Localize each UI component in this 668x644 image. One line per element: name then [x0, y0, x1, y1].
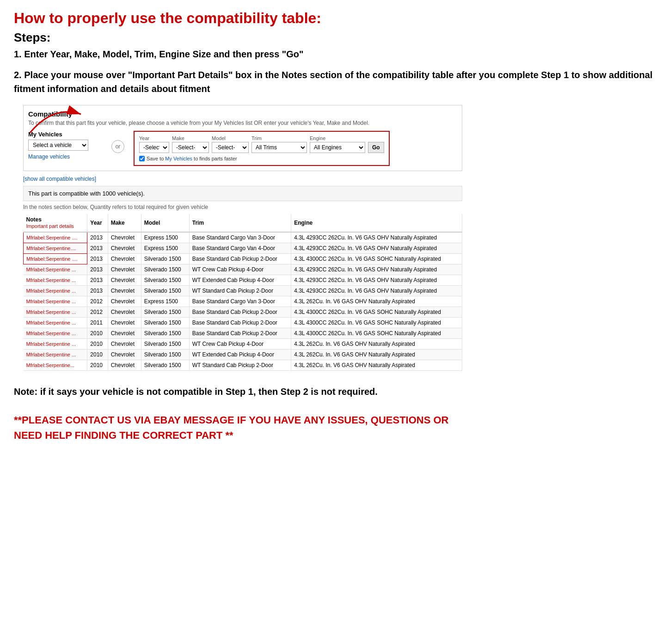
cell-year: 2013: [87, 254, 108, 264]
table-row: Mfrlabel:Serpentine ... 2013 Chevrolet S…: [24, 264, 462, 275]
cell-make: Chevrolet: [108, 254, 141, 264]
table-row: Mfrlabel:Serpentine ... 2011 Chevrolet S…: [24, 318, 462, 328]
cell-year: 2013: [87, 264, 108, 275]
table-row: Mfrlabel:Serpentine ... 2013 Chevrolet S…: [24, 275, 462, 286]
table-row: Mfrlabel:Serpentine ... 2010 Chevrolet S…: [24, 339, 462, 350]
cell-make: Chevrolet: [108, 264, 141, 275]
cell-model: Silverado 1500: [141, 254, 189, 264]
cell-notes: Mfrlabel:Serpentine...: [24, 360, 87, 371]
cell-engine: 4.3L 262Cu. In. V6 GAS OHV Naturally Asp…: [291, 339, 462, 350]
engine-select[interactable]: All Engines: [310, 142, 365, 153]
cell-year: 2013: [87, 232, 108, 243]
model-select[interactable]: -Select-: [212, 142, 249, 153]
cell-year: 2013: [87, 243, 108, 254]
save-checkbox[interactable]: [139, 156, 145, 161]
notes-line: In the notes section below, Quantity ref…: [23, 204, 462, 210]
cell-trim: WT Extended Cab Pickup 4-Door: [189, 350, 291, 360]
cell-year: 2010: [87, 360, 108, 371]
make-select[interactable]: -Select-: [172, 142, 209, 153]
cell-trim: WT Standard Cab Pickup 2-Door: [189, 360, 291, 371]
cell-year: 2010: [87, 328, 108, 339]
year-group: Year -Select-: [139, 135, 169, 153]
cell-trim: WT Standard Cab Pickup 2-Door: [189, 286, 291, 296]
cell-model: Silverado 1500: [141, 318, 189, 328]
year-make-section: Year -Select- Make -Select- Model: [134, 131, 390, 166]
cell-make: Chevrolet: [108, 339, 141, 350]
contact-text: **PLEASE CONTACT US VIA EBAY MESSAGE IF …: [14, 412, 476, 443]
col-header-make: Make: [108, 214, 141, 232]
vehicle-select[interactable]: Select a vehicle: [28, 140, 88, 151]
cell-engine: 4.3L 4300CC 262Cu. In. V6 GAS SOHC Natur…: [291, 328, 462, 339]
cell-year: 2011: [87, 318, 108, 328]
cell-trim: Base Standard Cab Pickup 2-Door: [189, 307, 291, 318]
cell-engine: 4.3L 4300CC 262Cu. In. V6 GAS SOHC Natur…: [291, 318, 462, 328]
cell-model: Silverado 1500: [141, 350, 189, 360]
cell-model: Express 1500: [141, 232, 189, 243]
cell-trim: WT Crew Cab Pickup 4-Door: [189, 339, 291, 350]
cell-notes: Mfrlabel:Serpentine ...: [24, 339, 87, 350]
table-row: Mfrlabel:Serpentine ... 2013 Chevrolet S…: [24, 286, 462, 296]
cell-engine: 4.3L 262Cu. In. V6 GAS OHV Naturally Asp…: [291, 360, 462, 371]
engine-label: Engine: [310, 135, 365, 141]
cell-trim: WT Extended Cab Pickup 4-Door: [189, 275, 291, 286]
cell-model: Express 1500: [141, 296, 189, 307]
cell-model: Silverado 1500: [141, 286, 189, 296]
cell-model: Silverado 1500: [141, 264, 189, 275]
manage-vehicles-link[interactable]: Manage vehicles: [28, 153, 102, 160]
year-label: Year: [139, 135, 169, 141]
cell-model: Silverado 1500: [141, 360, 189, 371]
cell-make: Chevrolet: [108, 275, 141, 286]
model-label: Model: [212, 135, 249, 141]
cell-trim: WT Crew Cab Pickup 4-Door: [189, 264, 291, 275]
cell-model: Silverado 1500: [141, 275, 189, 286]
table-row: Mfrlabel:Serpentine ... 2010 Chevrolet S…: [24, 328, 462, 339]
year-select[interactable]: -Select-: [139, 142, 169, 153]
trim-label: Trim: [251, 135, 307, 141]
cell-trim: Base Standard Cargo Van 4-Door: [189, 243, 291, 254]
cell-engine: 4.3L 4293CC 262Cu. In. V6 GAS OHV Natura…: [291, 264, 462, 275]
cell-model: Express 1500: [141, 243, 189, 254]
cell-make: Chevrolet: [108, 307, 141, 318]
cell-make: Chevrolet: [108, 318, 141, 328]
col-header-trim: Trim: [189, 214, 291, 232]
table-row: Mfrlabel:Serpentine ... 2012 Chevrolet E…: [24, 296, 462, 307]
cell-notes: Mfrlabel:Serpentine....: [24, 243, 87, 254]
save-row: Save to My Vehicles to finds parts faste…: [139, 156, 384, 161]
cell-notes: Mfrlabel:Serpentine ...: [24, 264, 87, 275]
cell-year: 2012: [87, 307, 108, 318]
table-row: Mfrlabel:Serpentine ... 2012 Chevrolet S…: [24, 307, 462, 318]
make-group: Make -Select-: [172, 135, 209, 153]
cell-make: Chevrolet: [108, 286, 141, 296]
or-divider: or: [111, 140, 124, 153]
trim-select[interactable]: All Trims: [251, 142, 307, 153]
save-my-vehicles-link[interactable]: My Vehicles: [165, 156, 192, 161]
compatible-info-box: This part is compatible with 1000 vehicl…: [23, 186, 462, 201]
cell-notes: Mfrlabel:Serpentine ...: [24, 296, 87, 307]
cell-model: Silverado 1500: [141, 339, 189, 350]
cell-notes: Mfrlabel:Serpentine ...: [24, 328, 87, 339]
cell-year: 2013: [87, 286, 108, 296]
show-all-link[interactable]: [show all compatible vehicles]: [23, 176, 654, 182]
arrow-graphic: [16, 100, 109, 137]
make-label: Make: [172, 135, 209, 141]
cell-engine: 4.3L 4293CC 262Cu. In. V6 GAS OHV Natura…: [291, 243, 462, 254]
col-header-notes: Notes Important part details: [24, 214, 87, 232]
note-text: Note: if it says your vehicle is not com…: [14, 385, 476, 399]
cell-model: Silverado 1500: [141, 307, 189, 318]
cell-engine: 4.3L 4293CC 262Cu. In. V6 GAS OHV Natura…: [291, 286, 462, 296]
cell-make: Chevrolet: [108, 232, 141, 243]
go-button[interactable]: Go: [368, 142, 384, 153]
notes-header-sub: Important part details: [26, 223, 74, 229]
step2-text: 2. Place your mouse over "Important Part…: [14, 68, 654, 96]
cell-engine: 4.3L 262Cu. In. V6 GAS OHV Naturally Asp…: [291, 350, 462, 360]
cell-notes: Mfrlabel:Serpentine ...: [24, 286, 87, 296]
table-row: Mfrlabel:Serpentine .... 2013 Chevrolet …: [24, 232, 462, 243]
cell-trim: Base Standard Cargo Van 3-Door: [189, 232, 291, 243]
model-group: Model -Select-: [212, 135, 249, 153]
col-header-engine: Engine: [291, 214, 462, 232]
cell-make: Chevrolet: [108, 328, 141, 339]
table-row: Mfrlabel:Serpentine .... 2013 Chevrolet …: [24, 254, 462, 264]
cell-model: Silverado 1500: [141, 328, 189, 339]
cell-notes: Mfrlabel:Serpentine ....: [24, 254, 87, 264]
main-title: How to properly use the compatibility ta…: [14, 9, 654, 27]
